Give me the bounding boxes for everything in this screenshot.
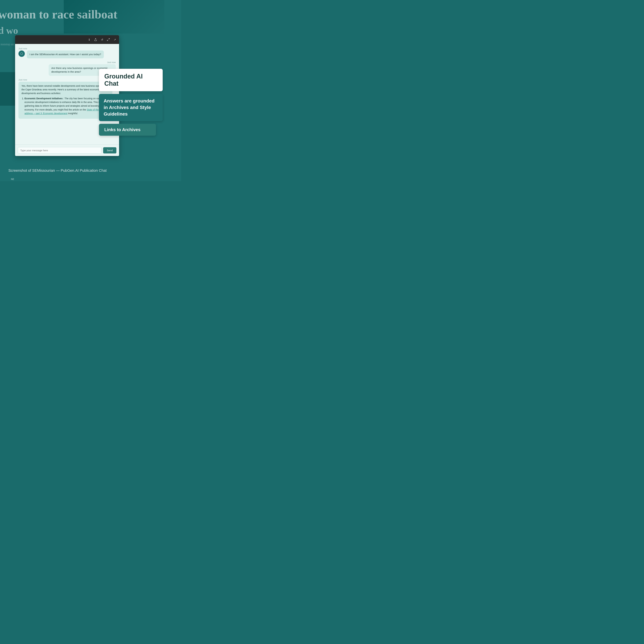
external-icon[interactable]: ↗ <box>113 38 116 41</box>
page-caption: Screenshot of SEMissourian — PubGen.AI P… <box>8 168 107 173</box>
bg-headline: woman to race sailboat <box>0 8 117 21</box>
ai-avatar-icon: ⬡ <box>20 52 23 56</box>
ai-response-list: Economic Development Initiatives : The c… <box>24 97 109 115</box>
expand-icon[interactable] <box>107 38 110 41</box>
bg-subheadline: d wo <box>0 25 18 36</box>
callout-title-text: Grounded AI Chat <box>104 73 143 87</box>
callout-subtitle-card: Answers are grounded in Archives and Sty… <box>99 94 163 121</box>
send-button[interactable]: Send <box>103 147 116 153</box>
user-message-1-timestamp: Just now <box>107 61 116 64</box>
ai-message-1-bubble: ⬡ I am the SEMissourian AI assistant. Ho… <box>18 50 116 58</box>
share-icon[interactable] <box>94 38 97 41</box>
callout-links-text: Links to Archives <box>104 127 141 132</box>
svg-line-2 <box>107 40 108 41</box>
callout-title-card: Grounded AI Chat <box>99 69 163 91</box>
refresh-icon[interactable]: ↺ <box>100 38 104 41</box>
callout-subtitle-text: Answers are grounded in Archives and Sty… <box>104 98 154 117</box>
chat-input[interactable] <box>18 147 101 154</box>
ai-list-item-1: Economic Development Initiatives : The c… <box>24 97 109 115</box>
callout-links-card[interactable]: Links to Archives <box>99 124 156 136</box>
bg-body-text: d nonstop arc y. <box>0 42 15 52</box>
ai-message-1: Just now ⬡ I am the SEMissourian AI assi… <box>18 47 116 58</box>
chat-input-area: Send <box>15 145 119 156</box>
svg-line-1 <box>109 38 110 39</box>
ai-message-1-timestamp: Just now <box>18 47 116 50</box>
ai-list-item-1-label: Economic Development Initiatives <box>24 97 63 100</box>
chat-toolbar: ℹ ↺ ↗ <box>15 35 119 44</box>
ai-bubble-text-1: I am the SEMissourian AI assistant. How … <box>27 50 104 58</box>
ai-response-intro: Yes, there have been several notable dev… <box>21 85 108 95</box>
ai-avatar: ⬡ <box>18 50 25 57</box>
ai-bubble-long: Yes, there have been several notable dev… <box>18 82 112 119</box>
callout-container: Grounded AI Chat Answers are grounded in… <box>99 69 163 136</box>
info-icon[interactable]: ℹ <box>88 38 91 41</box>
